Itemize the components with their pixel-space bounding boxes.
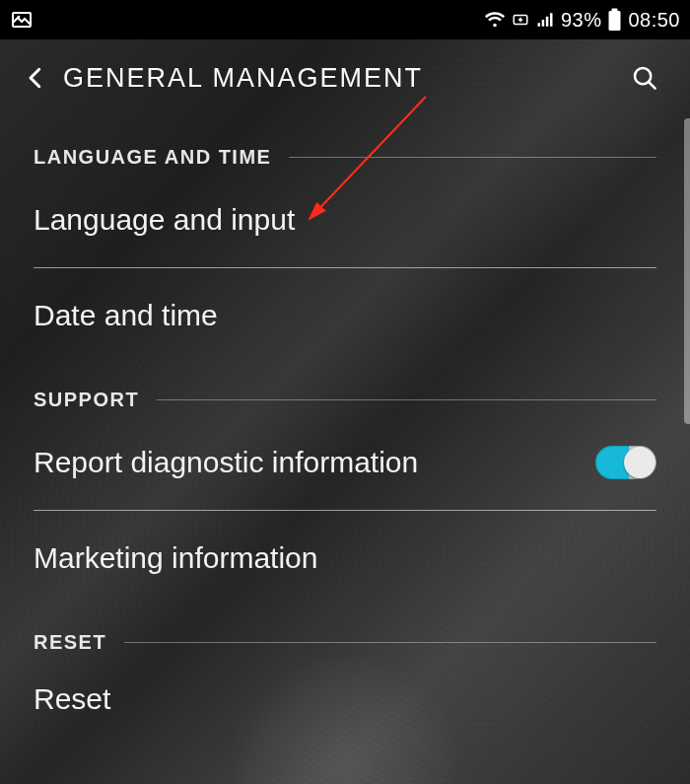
toggle-knob xyxy=(624,447,656,478)
row-label: Report diagnostic information xyxy=(34,446,595,479)
row-reset[interactable]: Reset xyxy=(34,658,656,741)
svg-rect-4 xyxy=(612,9,618,12)
section-rule xyxy=(289,157,656,158)
row-marketing-information[interactable]: Marketing information xyxy=(34,511,656,606)
battery-percentage: 93% xyxy=(561,9,602,32)
section-label: RESET xyxy=(34,631,106,654)
row-report-diagnostic[interactable]: Report diagnostic information xyxy=(34,415,656,510)
search-button[interactable] xyxy=(623,56,666,100)
section-header-support: SUPPORT xyxy=(34,389,656,411)
clock: 08:50 xyxy=(628,9,680,32)
app-header: GENERAL MANAGEMENT xyxy=(0,39,690,116)
section-label: LANGUAGE AND TIME xyxy=(34,146,271,169)
section-label: SUPPORT xyxy=(34,389,139,411)
section-rule xyxy=(124,642,656,643)
section-header-reset: RESET xyxy=(34,631,656,654)
search-icon xyxy=(630,63,659,93)
back-button[interactable] xyxy=(14,56,57,100)
data-saver-icon xyxy=(512,11,529,29)
section-rule xyxy=(157,399,656,400)
wifi-icon xyxy=(484,9,506,31)
status-bar: 93% 08:50 xyxy=(0,0,690,39)
svg-point-1 xyxy=(18,16,21,19)
section-header-language-time: LANGUAGE AND TIME xyxy=(34,146,656,169)
gallery-icon xyxy=(10,8,34,32)
row-language-and-input[interactable]: Language and input xyxy=(34,173,656,267)
toggle-diagnostic[interactable] xyxy=(595,446,656,479)
row-date-and-time[interactable]: Date and time xyxy=(34,268,656,363)
signal-icon xyxy=(535,10,555,30)
settings-list: LANGUAGE AND TIME Language and input Dat… xyxy=(0,146,690,741)
svg-line-7 xyxy=(649,82,656,89)
chevron-left-icon xyxy=(21,63,50,93)
battery-icon xyxy=(607,8,622,32)
row-label: Marketing information xyxy=(34,541,656,575)
page-title: GENERAL MANAGEMENT xyxy=(57,63,623,94)
row-label: Date and time xyxy=(34,299,656,332)
row-label: Language and input xyxy=(34,203,656,237)
row-label: Reset xyxy=(34,682,656,716)
